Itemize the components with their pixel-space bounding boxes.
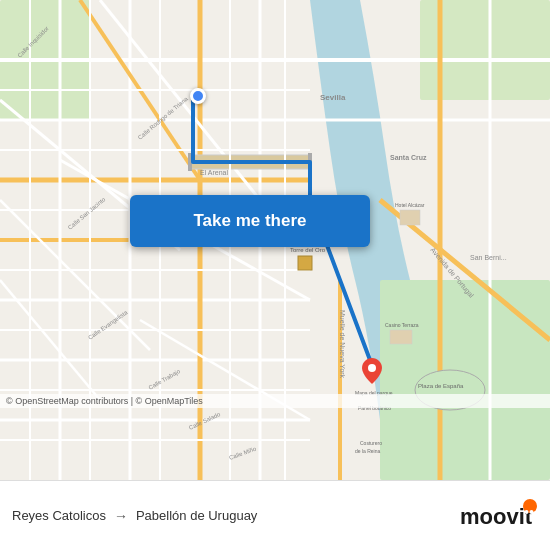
svg-text:Casino Terraza: Casino Terraza: [385, 322, 419, 328]
svg-rect-20: [308, 153, 312, 171]
to-station: Pabellón de Uruguay: [136, 508, 257, 523]
svg-text:Muelle de Nueva York: Muelle de Nueva York: [339, 310, 346, 379]
svg-text:Hotel Alcázar: Hotel Alcázar: [395, 202, 425, 208]
svg-rect-52: [390, 330, 412, 344]
svg-text:de la Reina: de la Reina: [355, 448, 381, 454]
svg-point-58: [368, 364, 376, 372]
svg-rect-18: [190, 155, 310, 169]
svg-text:Torre del Oro: Torre del Oro: [290, 247, 326, 253]
svg-rect-61: [524, 504, 536, 511]
copyright-bar: © OpenStreetMap contributors | © OpenMap…: [0, 394, 550, 408]
svg-text:Santa Cruz: Santa Cruz: [390, 154, 427, 161]
take-me-there-button[interactable]: Take me there: [130, 195, 370, 247]
arrow-icon: →: [114, 508, 128, 524]
map-container: Calle Inquisidor Calle Rodrigo de Triana…: [0, 0, 550, 480]
moovit-logo: moovit: [458, 496, 538, 536]
origin-marker: [190, 88, 206, 104]
svg-text:Plaza de España: Plaza de España: [418, 383, 464, 389]
svg-point-63: [530, 510, 534, 514]
svg-text:San Berni...: San Berni...: [470, 254, 507, 261]
route-info: Reyes Catolicos → Pabellón de Uruguay: [12, 508, 448, 524]
svg-text:Sevilla: Sevilla: [320, 93, 346, 102]
destination-marker: [362, 358, 382, 384]
footer: Reyes Catolicos → Pabellón de Uruguay mo…: [0, 480, 550, 550]
copyright-text: © OpenStreetMap contributors | © OpenMap…: [6, 396, 203, 406]
svg-rect-46: [298, 256, 312, 270]
svg-rect-50: [400, 210, 420, 225]
svg-rect-19: [188, 153, 192, 171]
from-station: Reyes Catolicos: [12, 508, 106, 523]
svg-point-62: [525, 510, 529, 514]
svg-text:Costurero: Costurero: [360, 440, 382, 446]
svg-text:moovit: moovit: [460, 504, 533, 529]
svg-text:El Arenal: El Arenal: [200, 169, 228, 176]
button-label: Take me there: [193, 211, 306, 231]
